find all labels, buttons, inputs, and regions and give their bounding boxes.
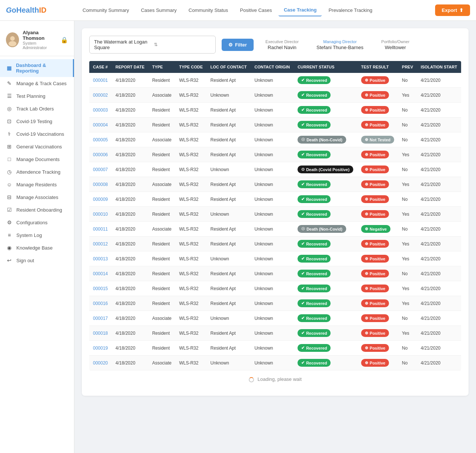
case-link[interactable]: 000001 — [93, 78, 108, 83]
cell-current-status: ✔Recovered — [294, 103, 357, 118]
nav-cases-summary[interactable]: Cases Summary — [136, 4, 182, 16]
nav-community-summary[interactable]: Community Summary — [77, 4, 134, 16]
sidebar-item-configurations[interactable]: ⚙ Configurations — [0, 216, 74, 229]
cell-type-code: WLS-R32 — [176, 296, 207, 311]
case-link[interactable]: 000015 — [93, 286, 108, 291]
sidebar-item-track-lab[interactable]: ◎ Track Lab Orders — [0, 102, 74, 115]
cell-case-num[interactable]: 000006 — [89, 147, 112, 162]
cell-case-num[interactable]: 000017 — [89, 311, 112, 326]
cell-contact-origin: Unknown — [251, 192, 294, 207]
nav-prevalence-tracking[interactable]: Prevalence Tracking — [323, 4, 377, 16]
cell-type: Resident — [148, 73, 176, 88]
case-link[interactable]: 000011 — [93, 226, 108, 232]
cell-case-num[interactable]: 000020 — [89, 356, 112, 370]
cell-case-num[interactable]: 000004 — [89, 118, 112, 132]
dashboard-icon: ▦ — [6, 65, 12, 71]
cell-case-num[interactable]: 000015 — [89, 281, 112, 296]
case-link[interactable]: 000013 — [93, 256, 108, 261]
sidebar-item-associates[interactable]: ⊟ Manage Associates — [0, 191, 74, 203]
cell-test-result: ⊕Positive — [357, 192, 398, 207]
case-link[interactable]: 000003 — [93, 107, 108, 113]
test-icon: ⊕ — [365, 197, 368, 202]
sidebar-label-system-log: System Log — [16, 232, 42, 238]
cell-loc-contact: Resident Apt — [207, 147, 251, 162]
cell-prev: Yes — [398, 296, 417, 311]
filter-button[interactable]: ⚙ Filter — [222, 39, 254, 51]
case-link[interactable]: 000018 — [93, 331, 108, 336]
cell-case-num[interactable]: 000005 — [89, 132, 112, 147]
cell-current-status: ✔Recovered — [294, 147, 357, 162]
test-result-badge: ⊕Positive — [361, 76, 389, 84]
main-content: The Watermark at Logan Square ⇅ ⚙ Filter… — [74, 21, 476, 453]
sidebar-item-track-cases[interactable]: ✎ Manage & Track Cases — [0, 77, 74, 90]
sidebar-item-dashboard[interactable]: ▦ Dashboard & Reporting — [0, 59, 74, 77]
nav-positive-cases[interactable]: Positive Cases — [235, 4, 277, 16]
sidebar-item-onboarding[interactable]: ☑ Resident Onboarding — [0, 203, 74, 216]
case-link[interactable]: 000007 — [93, 167, 108, 172]
cell-case-num[interactable]: 000007 — [89, 162, 112, 177]
table-row: 000016 4/18/2020 Resident WLS-R32 Reside… — [89, 296, 461, 311]
cell-loc-contact: Unknown — [207, 88, 251, 103]
test-icon: ⊕ — [365, 226, 368, 231]
cell-case-num[interactable]: 000001 — [89, 73, 112, 88]
cell-report-date: 4/18/2020 — [112, 88, 148, 103]
case-link[interactable]: 000002 — [93, 93, 108, 98]
table-row: 000013 4/18/2020 Resident WLS-R32 Unknow… — [89, 251, 461, 266]
case-link[interactable]: 000017 — [93, 316, 108, 321]
cell-type: Resident — [148, 192, 176, 207]
status-icon: ⊙ — [301, 167, 305, 172]
sidebar-item-covid-testing[interactable]: ⊡ Covid-19 Testing — [0, 115, 74, 128]
cell-case-num[interactable]: 000012 — [89, 237, 112, 251]
sidebar-item-general-vaccinations[interactable]: ⊞ General Vaccinations — [0, 140, 74, 153]
cell-case-num[interactable]: 000003 — [89, 103, 112, 118]
cell-case-num[interactable]: 000011 — [89, 222, 112, 237]
sidebar-item-knowledge-base[interactable]: ◉ Knowledge Base — [0, 241, 74, 254]
case-link[interactable]: 000005 — [93, 137, 108, 142]
status-badge: ✔Recovered — [298, 180, 331, 188]
sidebar-item-sign-out[interactable]: ↩ Sign out — [0, 254, 74, 267]
cell-case-num[interactable]: 000008 — [89, 177, 112, 192]
nav-case-tracking[interactable]: Case Tracking — [279, 4, 322, 16]
cell-type: Resident — [148, 118, 176, 132]
sidebar-item-covid-vaccinations[interactable]: ⚕ Covid-19 Vaccinations — [0, 128, 74, 140]
case-link[interactable]: 000019 — [93, 346, 108, 351]
case-link[interactable]: 000006 — [93, 152, 108, 157]
case-link[interactable]: 000014 — [93, 271, 108, 276]
case-link[interactable]: 000009 — [93, 197, 108, 202]
sidebar-item-system-log[interactable]: ≡ System Log — [0, 229, 74, 241]
cell-case-num[interactable]: 000013 — [89, 251, 112, 266]
case-link[interactable]: 000008 — [93, 182, 108, 187]
case-link[interactable]: 000020 — [93, 360, 108, 366]
sidebar-item-test-planning[interactable]: ☰ Test Planning — [0, 90, 74, 102]
cell-current-status: ✔Recovered — [294, 207, 357, 222]
cell-report-date: 4/18/2020 — [112, 177, 148, 192]
cell-case-num[interactable]: 000002 — [89, 88, 112, 103]
cell-case-num[interactable]: 000019 — [89, 341, 112, 356]
facility-select[interactable]: The Watermark at Logan Square ⇅ — [89, 36, 216, 54]
sidebar-item-attendance[interactable]: ◷ Attendence Tracking — [0, 166, 74, 178]
cell-case-num[interactable]: 000014 — [89, 266, 112, 281]
test-icon: ⊕ — [365, 271, 368, 276]
cell-case-num[interactable]: 000018 — [89, 326, 112, 341]
cell-prev: Yes — [398, 326, 417, 341]
sidebar-user: Alyana Thomson System Administrator 🔒 — [0, 27, 74, 56]
case-link[interactable]: 000016 — [93, 301, 108, 306]
lock-icon[interactable]: 🔒 — [61, 36, 68, 44]
nav-community-status[interactable]: Community Status — [183, 4, 233, 16]
sidebar-item-residents[interactable]: ☺ Manage Residents — [0, 178, 74, 191]
cell-report-date: 4/18/2020 — [112, 132, 148, 147]
cell-case-num[interactable]: 000009 — [89, 192, 112, 207]
table-body: 000001 4/18/2020 Resident WLS-R32 Reside… — [89, 73, 461, 370]
cell-case-num[interactable]: 000016 — [89, 296, 112, 311]
status-icon: ✔ — [301, 360, 305, 365]
case-link[interactable]: 000010 — [93, 212, 108, 217]
case-link[interactable]: 000012 — [93, 241, 108, 247]
cell-prev: Yes — [398, 207, 417, 222]
cell-prev: No — [398, 132, 417, 147]
export-button[interactable]: Export ⬆ — [435, 4, 470, 16]
case-link[interactable]: 000004 — [93, 122, 108, 128]
cell-case-num[interactable]: 000010 — [89, 207, 112, 222]
sidebar-label-dashboard: Dashboard & Reporting — [16, 62, 67, 74]
cell-type: Resident — [148, 162, 176, 177]
sidebar-item-manage-documents[interactable]: □ Manage Documents — [0, 153, 74, 166]
